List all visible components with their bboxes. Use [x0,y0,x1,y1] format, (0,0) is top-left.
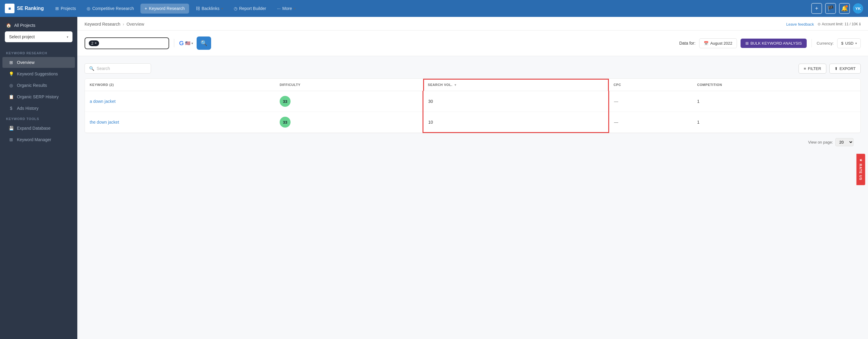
table-row: the down jacket 33 10 — [85,112,861,133]
col-header-difficulty: DIFFICULTY [275,79,423,91]
flag-button[interactable]: 🏴 [825,3,836,14]
table-search-input[interactable]: 🔍 Search [85,63,151,74]
backlinks-icon: ⛓ [196,6,200,11]
keyword-manager-icon: ⊞ [8,137,14,142]
keyword-input[interactable]: 2 × [85,37,169,49]
cell-search-vol-2: 10 [423,112,609,133]
user-avatar[interactable]: YK [853,3,863,13]
cell-competition-2: 1 [692,112,861,133]
table-toolbar: 🔍 Search ≡ FILTER ⬆ EXPORT [85,63,861,74]
divider [811,39,812,47]
more-icon: ··· [277,6,281,11]
export-icon: ⬆ [835,66,838,71]
date-picker-button[interactable]: 📅 August 2022 [699,38,737,48]
currency-symbol: $ [841,41,843,45]
sidebar-all-projects[interactable]: 🏠 All Projects [0,17,77,31]
table-search-icon: 🔍 [89,66,94,71]
rate-us-icon: ★ [859,159,863,162]
rate-us-tab[interactable]: ★ RATE US [856,154,865,185]
keyword-research-icon: ⌖ [145,6,147,11]
breadcrumb-current: Overview [127,22,144,27]
currency-dropdown-icon: ▾ [855,42,857,45]
keyword-data-table: KEYWORD (2) DIFFICULTY SEARCH VOL. ▾ [85,78,861,133]
info-icon: ℹ [859,22,861,26]
main-layout: 🏠 All Projects Select project ▾ KEYWORD … [0,17,868,339]
nav-item-report-builder[interactable]: ◷ Report Builder [229,4,271,13]
table-row: a down jacket 33 30 — [85,91,861,112]
sidebar-item-expand-database[interactable]: 💾 Expand Database [2,123,75,134]
per-page-select[interactable]: 20 10 50 100 [835,138,854,146]
select-project-chevron: ▾ [67,35,68,39]
leave-feedback-link[interactable]: Leave feedback [786,22,814,27]
projects-icon: ⊞ [55,6,59,11]
nav-item-projects[interactable]: ⊞ Projects [51,4,80,13]
notifications-button[interactable]: 🔔 [839,3,850,14]
bulk-icon: ⊞ [745,41,749,45]
flag-dropdown-icon: ▾ [191,42,193,45]
cell-search-vol-1: 30 [423,91,609,112]
breadcrumb-bar: Keyword Research › Overview Leave feedba… [77,17,868,30]
keyword-link-1[interactable]: a down jacket [90,99,116,104]
sidebar-section-keyword-tools: KEYWORD TOOLS [0,114,77,123]
sidebar-project-select[interactable]: Select project ▾ [5,31,72,42]
cell-cpc-1: — [609,91,692,112]
organic-results-icon: ◎ [8,83,14,88]
country-flag: 🇺🇸 [185,41,190,45]
nav-item-backlinks[interactable]: ⛓ Backlinks ▾ [191,4,227,13]
home-icon: 🏠 [6,23,11,28]
flag-icon: 🏴 [827,5,834,12]
search-button[interactable]: 🔍 [196,36,211,50]
sidebar-item-keyword-manager[interactable]: ⊞ Keyword Manager [2,134,75,145]
currency-select[interactable]: $ USD ▾ [837,38,861,48]
sidebar-item-organic-results[interactable]: ◎ Organic Results [2,80,75,91]
account-icon: ⊙ [817,22,820,26]
app-logo[interactable]: ■ SE Ranking [5,4,44,13]
bulk-keyword-analysis-button[interactable]: ⊞ BULK KEYWORD ANALYSIS [741,39,807,48]
breadcrumb-parent[interactable]: Keyword Research [85,22,120,27]
calendar-icon: 📅 [704,41,709,45]
backlinks-dropdown-icon: ▾ [221,7,223,10]
sidebar-item-overview[interactable]: ⊞ Overview [2,57,75,68]
cell-keyword-2: the down jacket [85,112,275,133]
keyword-link-2[interactable]: the down jacket [90,120,119,125]
currency-value: USD [845,41,854,45]
data-for-section: Data for: 📅 August 2022 ⊞ BULK KEYWORD A… [679,38,861,48]
search-engine-select[interactable]: G 🇺🇸 ▾ [179,40,193,47]
filter-icon: ≡ [804,66,806,71]
nav-item-competitive-research[interactable]: ◎ Competitive Research [83,4,138,13]
breadcrumb-right: Leave feedback ⊙ Account limit: 11 / 10K… [786,22,861,27]
breadcrumb-separator: › [123,22,124,27]
report-builder-icon: ◷ [234,6,238,11]
add-new-button[interactable]: + [811,3,822,14]
main-content: Keyword Research › Overview Leave feedba… [77,17,868,339]
cell-difficulty-1: 33 [275,91,423,112]
filter-button[interactable]: ≡ FILTER [799,64,826,74]
sidebar-section-keyword-research: KEYWORD RESEARCH [0,48,77,57]
nav-item-more[interactable]: ··· More ▾ [273,4,300,13]
google-icon: G [179,40,184,47]
sidebar-item-keyword-suggestions[interactable]: 💡 Keyword Suggestions [2,68,75,79]
keyword-pill-remove[interactable]: × [95,41,97,45]
sidebar-item-organic-serp-history[interactable]: 📋 Organic SERP History [2,91,75,102]
breadcrumb-left: Keyword Research › Overview [85,22,144,27]
search-divider [174,39,174,47]
col-header-search-vol[interactable]: SEARCH VOL. ▾ [423,79,609,91]
data-for-label-text: Data for: [679,41,695,45]
ads-history-icon: $ [8,106,14,111]
search-area: 2 × G 🇺🇸 ▾ 🔍 Data for: 📅 August 2022 [77,30,868,56]
app-name: SE Ranking [17,6,44,11]
toolbar-right: ≡ FILTER ⬆ EXPORT [799,64,861,74]
cell-keyword-1: a down jacket [85,91,275,112]
difficulty-badge-1: 33 [280,96,290,107]
export-button[interactable]: ⬆ EXPORT [829,64,861,74]
view-on-page-label: View on page: [808,140,833,144]
table-footer: View on page: 20 10 50 100 [85,133,861,151]
keyword-pill: 2 × [89,40,99,46]
nav-item-keyword-research[interactable]: ⌖ Keyword Research [141,4,189,13]
account-limit-badge: ⊙ Account limit: 11 / 10K ℹ [817,22,861,26]
search-icon: 🔍 [200,40,207,46]
sidebar-item-ads-history[interactable]: $ Ads History [2,103,75,114]
cell-difficulty-2: 33 [275,112,423,133]
expand-database-icon: 💾 [8,126,14,131]
nav-right-actions: + 🏴 🔔 YK [811,3,863,14]
